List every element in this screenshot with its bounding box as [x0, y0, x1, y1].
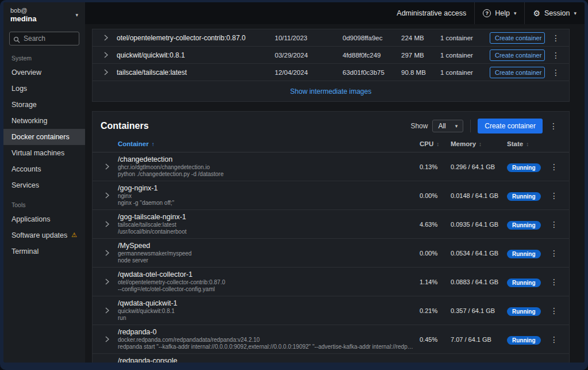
state-badge: Running [507, 221, 541, 230]
state-badge: Running [507, 250, 541, 258]
host-name: medina [10, 14, 75, 24]
image-created: 12/04/2024 [275, 69, 339, 76]
show-filter-value: All [438, 122, 445, 130]
column-header-cpu[interactable]: CPU ↕ [420, 140, 447, 147]
container-row: /gog-nginx-1 nginx nginx -g "daemon off;… [93, 181, 569, 210]
container-name: /MySpeed [118, 242, 416, 250]
kebab-menu-button[interactable]: ⋮ [548, 67, 563, 78]
user-menu[interactable]: bob@ medina ▾ [3, 2, 85, 27]
containers-panel: Containers Show All ▾ Create container ⋮ [92, 111, 570, 363]
session-menu[interactable]: ⚙ Session ▾ [524, 2, 585, 24]
container-row: /redpanda-0 docker.redpanda.com/redpanda… [93, 325, 569, 354]
image-name: tailscale/tailscale:latest [117, 68, 271, 77]
container-command: run [118, 315, 416, 322]
show-intermediate-link[interactable]: Show intermediate images [290, 87, 371, 96]
container-memory: 0.0883 / 64.1 GB [451, 279, 504, 285]
expand-chevron-icon[interactable] [99, 279, 114, 285]
sidebar-item-docker-containers[interactable]: Docker containers [3, 129, 85, 145]
column-header-state[interactable]: State ↕ [507, 140, 543, 147]
kebab-menu-button[interactable]: ⋮ [546, 306, 562, 316]
container-row: /MySpeed germannewsmaker/myspeed node se… [93, 239, 569, 268]
expand-chevron-icon[interactable] [98, 35, 113, 41]
container-row: /gog-tailscale-nginx-1 tailscale/tailsca… [93, 210, 569, 239]
sidebar-item-storage[interactable]: Storage [3, 97, 85, 113]
container-memory: 0.296 / 64.1 GB [451, 163, 504, 170]
sidebar-item-logs[interactable]: Logs [3, 81, 85, 97]
container-summary: /gog-nginx-1 nginx nginx -g "daemon off;… [118, 184, 416, 207]
container-state: Running [507, 162, 543, 172]
sidebar-item-software-updates[interactable]: Software updates ⚠ [3, 227, 85, 243]
kebab-menu-button[interactable]: ⋮ [546, 334, 562, 345]
kebab-menu-button[interactable]: ⋮ [546, 248, 562, 258]
container-summary: /gog-tailscale-nginx-1 tailscale/tailsca… [118, 213, 416, 235]
container-name: /qwdata-otel-collector-1 [118, 270, 416, 279]
create-container-button[interactable]: Create container [490, 49, 545, 61]
expand-chevron-icon[interactable] [99, 221, 114, 227]
sidebar-item-label: Virtual machines [11, 149, 64, 157]
sidebar-item-accounts[interactable]: Accounts [3, 161, 85, 177]
sidebar-item-networking[interactable]: Networking [3, 113, 85, 129]
container-name: /qwdata-quickwit-1 [118, 299, 416, 308]
sidebar-search [9, 32, 79, 45]
sidebar-item-label: Overview [11, 68, 41, 77]
container-image: ghcr.io/dgtlmoon/changedetection.io [118, 164, 416, 171]
kebab-menu-button[interactable]: ⋮ [546, 277, 562, 287]
expand-chevron-icon[interactable] [99, 250, 114, 256]
image-name: quickwit/quickwit:0.8.1 [117, 51, 271, 59]
expand-chevron-icon[interactable] [99, 336, 114, 342]
admin-access-button[interactable]: Administrative access [389, 2, 474, 24]
container-summary: /qwdata-otel-collector-1 otel/openteleme… [118, 270, 416, 293]
sidebar-item-applications[interactable]: Applications [3, 211, 85, 227]
help-icon-glyph: ? [485, 10, 489, 16]
container-command: --config=/etc/otel-collector-config.yaml [118, 286, 416, 293]
sidebar-item-label: Terminal [11, 247, 39, 255]
container-summary: /changedetection ghcr.io/dgtlmoon/change… [118, 155, 416, 178]
kebab-menu-button[interactable]: ⋮ [546, 162, 562, 172]
sort-icon: ↕ [436, 141, 439, 147]
expand-chevron-icon[interactable] [98, 69, 113, 75]
gear-icon: ⚙ [533, 9, 540, 17]
image-size: 90.8 MB [401, 69, 437, 76]
column-header-memory[interactable]: Memory ↕ [451, 140, 504, 147]
admin-access-label: Administrative access [397, 9, 466, 17]
create-container-button[interactable]: Create container [490, 32, 545, 44]
container-cpu: 0.13% [420, 163, 447, 170]
expand-chevron-icon[interactable] [99, 163, 114, 170]
chevron-down-icon: ▾ [574, 11, 577, 16]
sidebar-item-services[interactable]: Services [3, 177, 85, 193]
create-container-primary-button[interactable]: Create container [478, 119, 543, 133]
main-column: Administrative access ? Help ▾ ⚙ Session… [85, 2, 585, 363]
container-command: /usr/local/bin/containerboot [118, 228, 416, 235]
column-header-container[interactable]: Container ↑ [118, 140, 416, 147]
sidebar-item-virtual-machines[interactable]: Virtual machines [3, 145, 85, 161]
help-label: Help [495, 9, 510, 17]
sidebar-item-overview[interactable]: Overview [3, 64, 85, 81]
sidebar-item-terminal[interactable]: Terminal [3, 243, 85, 260]
image-used-by: 1 container [440, 52, 486, 59]
help-menu[interactable]: ? Help ▾ [474, 2, 524, 24]
page-content: otel/opentelemetry-collector-contrib:0.8… [85, 24, 585, 363]
image-name: otel/opentelemetry-collector-contrib:0.8… [117, 34, 271, 42]
expand-chevron-icon[interactable] [99, 307, 114, 314]
expand-chevron-icon[interactable] [99, 192, 114, 199]
container-image: tailscale/tailscale:latest [118, 222, 416, 228]
session-label: Session [544, 9, 570, 17]
kebab-menu-button[interactable]: ⋮ [546, 190, 562, 201]
expand-chevron-icon[interactable] [98, 52, 113, 58]
sidebar-item-label: Networking [11, 117, 48, 125]
container-name: /gog-nginx-1 [118, 184, 416, 193]
show-filter-dropdown[interactable]: All ▾ [432, 120, 463, 132]
kebab-menu-button[interactable]: ⋮ [546, 121, 561, 131]
create-container-button[interactable]: Create container [490, 67, 545, 78]
container-name: /gog-tailscale-nginx-1 [118, 213, 416, 222]
kebab-menu-button[interactable]: ⋮ [548, 33, 563, 43]
containers-table-header: Container ↑ CPU ↕ Memory ↕ State [93, 139, 569, 152]
kebab-menu-button[interactable]: ⋮ [548, 50, 563, 60]
toolbar-divider [470, 120, 471, 132]
sidebar-item-label: Software updates [11, 231, 67, 239]
container-image: docker.redpanda.com/redpandadata/redpand… [118, 337, 416, 344]
container-cpu: 0.00% [420, 192, 447, 199]
container-cpu: 1.14% [420, 279, 447, 285]
sidebar-item-label: Docker containers [11, 133, 70, 141]
kebab-menu-button[interactable]: ⋮ [546, 219, 562, 230]
